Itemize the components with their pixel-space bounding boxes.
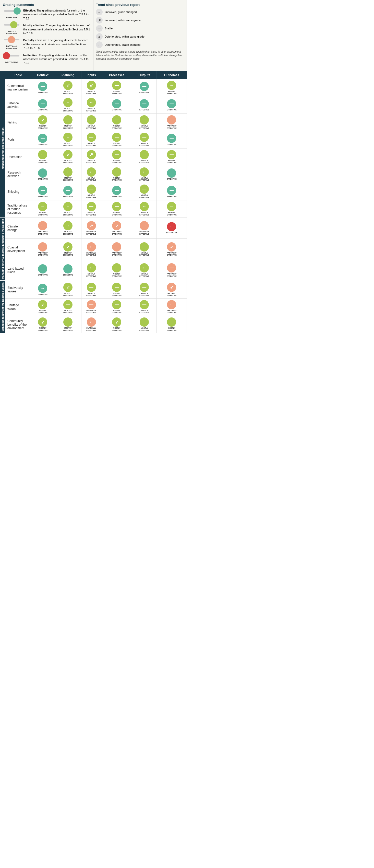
grade-cell: ←MOSTLY EFFECTIVE	[81, 96, 101, 114]
grade-circle: ←	[87, 98, 96, 107]
grade-cell: —MOSTLY EFFECTIVE	[101, 114, 132, 131]
grade-cell: ↙MOSTLY EFFECTIVE	[101, 316, 132, 333]
topic-cell: Heritage values	[5, 298, 31, 316]
grade-label: MOSTLY EFFECTIVE	[102, 125, 132, 129]
grade-cell: —MOSTLY EFFECTIVE	[132, 131, 157, 149]
grade-cell: —MOSTLY EFFECTIVE	[81, 183, 101, 200]
grade-label: MOSTLY EFFECTIVE	[82, 292, 101, 297]
grade-label: PARTIALLY EFFECTIVE	[82, 310, 101, 314]
grade-circle: ↙	[112, 317, 121, 327]
grade-label: MOSTLY EFFECTIVE	[157, 212, 186, 216]
grade-cell: —EFFECTIVE	[55, 183, 81, 200]
grade-circle: ←	[112, 263, 121, 273]
grade-circle: —	[167, 186, 176, 195]
grade-cell: —MOSTLY EFFECTIVE	[81, 281, 101, 298]
grade-circle: —	[167, 317, 176, 327]
grade-cell: ←MOSTLY EFFECTIVE	[31, 148, 55, 166]
grade-cell: —MOSTLY EFFECTIVE	[132, 316, 157, 333]
topic-cell: Recreation	[5, 148, 31, 166]
grade-cell: —EFFECTIVE	[101, 96, 132, 114]
grade-label: EFFECTIVE	[31, 92, 54, 94]
grade-label: MOSTLY EFFECTIVE	[56, 327, 81, 332]
grade-circle: —	[87, 283, 96, 292]
grade-cell: ←MOSTLY EFFECTIVE	[81, 260, 101, 281]
grade-cell: ↙MOSTLY EFFECTIVE	[31, 114, 55, 131]
grade-label: MOSTLY EFFECTIVE	[133, 160, 156, 164]
grade-label: MOSTLY EFFECTIVE	[82, 212, 101, 216]
grade-circle: —	[112, 186, 121, 195]
grade-cell: ←MOSTLY EFFECTIVE	[157, 200, 186, 218]
topic-cell: Fishing	[5, 114, 31, 131]
grade-label: EFFECTIVE	[157, 144, 186, 146]
grade-label: MOSTLY EFFECTIVE	[102, 160, 132, 164]
grade-cell: ↗PARTIALLY EFFECTIVE	[81, 218, 101, 239]
grade-circle: —	[167, 168, 176, 178]
grade-item-ineffective: INEFFECTIVEIneffective: The grading stat…	[3, 54, 91, 65]
grade-cell: —MOSTLY EFFECTIVE	[55, 298, 81, 316]
grade-circle: —	[140, 242, 149, 251]
grade-circle: —	[140, 115, 149, 124]
grade-circle: —	[167, 150, 176, 159]
grade-label: PARTIALLY EFFECTIVE	[82, 252, 101, 256]
grade-cell: —EFFECTIVE	[157, 166, 186, 183]
grade-circle: ←	[167, 81, 176, 90]
section-label: Managing external factors influencing th…	[0, 218, 5, 281]
grade-circle: ↙	[38, 300, 47, 309]
grade-cell: —EFFECTIVE	[132, 96, 157, 114]
grade-label: MOSTLY EFFECTIVE	[56, 212, 81, 216]
table-row: Ports—EFFECTIVE←MOSTLY EFFECTIVE—MOSTLY …	[0, 131, 187, 149]
grade-circle: ↙	[38, 115, 47, 124]
grade-label: MOSTLY EFFECTIVE	[82, 177, 101, 182]
grade-cell: →EFFECTIVE	[31, 281, 55, 298]
grade-cell: ↙MOSTLY EFFECTIVE	[31, 298, 55, 316]
grade-label: EFFECTIVE	[133, 92, 156, 94]
grade-circle: —	[63, 317, 72, 327]
grade-label: MOSTLY EFFECTIVE	[56, 91, 81, 95]
grade-cell: —MOSTLY EFFECTIVE	[101, 298, 132, 316]
grade-circle: ↙	[167, 242, 176, 251]
grade-cell: ↙PARTIALLY EFFECTIVE	[157, 239, 186, 260]
col-header-context: Context	[31, 71, 55, 79]
grade-cell: —MOSTLY EFFECTIVE	[55, 114, 81, 131]
grade-cell: —EFFECTIVE	[31, 183, 55, 200]
grade-circle: ↙	[63, 283, 72, 292]
grade-cell: —EFFECTIVE	[101, 183, 132, 200]
grade-label: EFFECTIVE	[31, 109, 54, 111]
grade-label: MOSTLY EFFECTIVE	[56, 160, 81, 164]
table-row: Land-based runoff—EFFECTIVE—EFFECTIVE←MO…	[0, 260, 187, 281]
topic-cell: Research activities	[5, 166, 31, 183]
grade-cell: ←PARTIALLY EFFECTIVE	[81, 239, 101, 260]
grade-circle: —	[38, 264, 47, 274]
grade-circle: ↗	[87, 150, 96, 159]
grade-circle: ←	[38, 150, 47, 159]
grade-cell: —EFFECTIVE	[157, 183, 186, 200]
grade-cell: →MOSTLY EFFECTIVE	[55, 218, 81, 239]
legend-left: Grading statements EFFECTIVEEffective: T…	[0, 0, 94, 71]
grade-circle: ←	[167, 300, 176, 309]
topic-cell: Land-based runoff	[5, 260, 31, 281]
topic-cell: Community benefits of the environment	[5, 316, 31, 333]
topic-cell: Defence activities	[5, 96, 31, 114]
grade-circle: ↗	[112, 221, 121, 230]
grade-label: MOSTLY EFFECTIVE	[157, 327, 186, 332]
grade-cell: —EFFECTIVE	[31, 79, 55, 96]
col-header-topic: Topic	[5, 71, 31, 79]
grade-label: EFFECTIVE	[31, 195, 54, 197]
grade-cell: —EFFECTIVE	[132, 79, 157, 96]
grade-circle: ←	[140, 202, 149, 211]
grade-label: PARTIALLY EFFECTIVE	[157, 310, 186, 314]
grade-circle: —	[112, 283, 121, 292]
grade-cell: —MOSTLY EFFECTIVE	[132, 281, 157, 298]
grade-label: PARTIALLY EFFECTIVE	[157, 252, 186, 256]
grade-cell: ←MOSTLY EFFECTIVE	[55, 131, 81, 149]
grade-label: MOSTLY EFFECTIVE	[133, 252, 156, 256]
grade-circle: —	[167, 99, 176, 108]
trend-title: Trend since previous report	[96, 3, 184, 7]
grade-cell: ↙MOSTLY EFFECTIVE	[55, 148, 81, 166]
grade-cell: —PARTIALLY EFFECTIVE	[157, 260, 186, 281]
grade-circle: ←	[87, 242, 96, 251]
grade-circle: —	[140, 133, 149, 142]
grade-label: MOSTLY EFFECTIVE	[133, 125, 156, 129]
grade-label: MOSTLY EFFECTIVE	[133, 310, 156, 314]
main-table: TopicContextPlanningInputsProcessesOutpu…	[0, 71, 187, 334]
